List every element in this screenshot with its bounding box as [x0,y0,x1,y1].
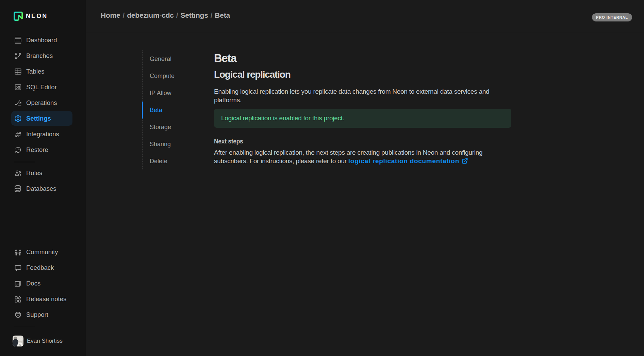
community-icon [14,248,22,256]
support-icon [14,311,22,319]
breadcrumb-page: Beta [215,11,230,19]
sidebar-item-sql-editor[interactable]: SQL Editor [0,79,86,95]
sidebar-divider-top [14,162,35,162]
neon-logomark-icon [14,12,23,21]
sidebar-item-branches[interactable]: Branches [0,48,86,64]
alert-message: Logical replication is enabled for this … [221,114,344,122]
page-title: Beta [214,52,236,64]
breadcrumb-home[interactable]: Home [101,11,120,19]
sidebar-item-operations[interactable]: Operations [0,95,86,111]
footer-nav: Community Feedback Docs [0,244,86,323]
databases-icon [14,185,22,192]
top-bar: Home/debezium-cdc/Settings/Beta PRO INTE… [86,0,644,33]
breadcrumb-project[interactable]: debezium-cdc [127,11,174,19]
settings-tab-sharing[interactable]: Sharing [142,136,214,153]
user-name: Evan Shortiss [27,338,63,344]
feedback-icon [14,264,22,272]
external-link-icon[interactable] [462,158,468,164]
sidebar-item-release-notes[interactable]: Release notes [0,291,86,307]
sidebar: NEON Dashboard Branches Tables [0,0,86,356]
main-area: Home/debezium-cdc/Settings/Beta PRO INTE… [86,0,644,356]
restore-icon [14,146,22,154]
settings-gear-icon [14,115,22,122]
sidebar-divider-bottom [14,327,35,327]
sidebar-item-tables[interactable]: Tables [0,64,86,79]
neon-logo[interactable]: NEON [14,11,48,21]
sidebar-item-feedback[interactable]: Feedback [0,260,86,276]
settings-tab-delete[interactable]: Delete [142,153,214,170]
description-text: Enabling logical replication lets you re… [214,87,511,104]
sidebar-item-docs[interactable]: Docs [0,276,86,291]
documentation-link[interactable]: logical replication documentation [348,157,459,165]
roles-icon [14,169,22,177]
sidebar-item-integrations[interactable]: Integrations [0,126,86,142]
sidebar-item-community[interactable]: Community [0,244,86,260]
sidebar-item-dashboard[interactable]: Dashboard [0,32,86,48]
next-steps-text: After enabling logical replication, the … [214,148,511,165]
secondary-nav: Roles Databases [0,165,86,197]
settings-tab-compute[interactable]: Compute [142,67,214,84]
integrations-icon [14,130,22,138]
user-menu[interactable]: Evan Shortiss [13,336,63,346]
docs-icon [14,280,22,287]
section-title: Logical replication [214,70,291,79]
operations-icon [14,99,22,107]
avatar [13,336,23,346]
settings-tab-storage[interactable]: Storage [142,119,214,136]
tables-icon [14,68,22,75]
settings-subnav: General Compute IP Allow Beta Storage Sh… [142,50,214,170]
sidebar-item-support[interactable]: Support [0,307,86,323]
dashboard-icon [14,36,22,44]
sidebar-item-roles[interactable]: Roles [0,165,86,181]
sidebar-item-restore[interactable]: Restore [0,142,86,158]
sidebar-item-databases[interactable]: Databases [0,181,86,197]
settings-tab-ip-allow[interactable]: IP Allow [142,84,214,102]
branches-icon [14,52,22,60]
settings-tab-general[interactable]: General [142,50,214,67]
active-tab-indicator [142,102,143,119]
sidebar-item-settings[interactable]: Settings [0,111,86,126]
breadcrumb-settings[interactable]: Settings [180,11,208,19]
settings-tab-beta[interactable]: Beta [142,102,214,119]
primary-nav: Dashboard Branches Tables SQL Edito [0,32,86,158]
breadcrumb: Home/debezium-cdc/Settings/Beta [101,11,230,19]
brand-wordmark: NEON [26,13,48,20]
next-steps-title: Next steps [214,138,243,145]
success-alert: Logical replication is enabled for this … [214,109,511,128]
sql-editor-icon [14,83,22,91]
release-notes-icon [14,295,22,303]
plan-badge: PRO INTERNAL [592,13,632,21]
